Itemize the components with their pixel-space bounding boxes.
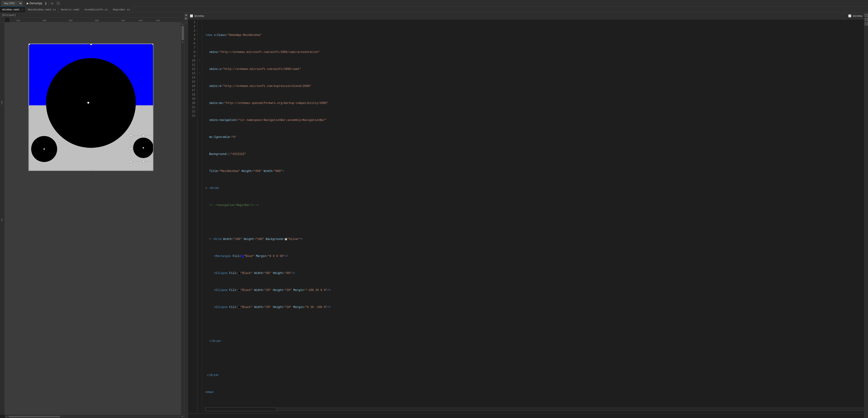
code-line-11[interactable]: <!--<navigation:MagicBar/>--> [205,203,864,207]
handle-ml[interactable] [130,148,132,149]
code-line-4[interactable]: xmlns:d="http://schemas.microsoft.com/ex… [205,84,864,88]
handle-bl[interactable] [130,160,132,162]
code-line-9[interactable]: Title="MainWindow" Height="450" Width="8… [205,169,864,173]
code-line-17[interactable]: <Ellipse Fill="Black" Width="20" Height=… [205,305,864,309]
attr-grid-height: Height [242,237,254,241]
ruler-mark-460: 460 [156,20,160,22]
code-line-15[interactable]: <Ellipse Fill="Black" Width="80" Height=… [205,271,864,275]
scroll-up-arrow[interactable]: ▲ [181,22,184,26]
code-line-18[interactable] [205,322,864,326]
tab-mainwindow-cs[interactable]: MainWindow.xaml.cs [26,6,59,12]
play-button[interactable]: ▶ DemoApp [26,1,43,6]
collapse-btn-2[interactable]: ▶ [185,17,187,20]
tab-assemblyinfo[interactable]: AssemblyInfo.cs [82,6,111,12]
code-line-8[interactable]: Background="#222222" [205,152,864,156]
splitter-dot-2 [186,23,187,23]
handle-bm[interactable] [143,160,145,162]
outer-handle-br[interactable] [152,170,153,171]
code-line-14[interactable]: <Rectangle Fill="Blue" Margin="0 0 0 50"… [205,254,864,258]
code-line-20[interactable] [205,356,864,360]
attr-ellipse1-h: Height [271,271,283,275]
right-icon-2[interactable]: ⬛ [865,18,868,21]
code-line-5[interactable]: xmlns:mc="http://schemas.openxmlformats.… [205,101,864,105]
outer-handle-bl[interactable] [28,170,30,171]
tag-rect-close: /> [285,254,288,258]
scroll-thumb[interactable] [182,26,184,40]
tag-grid-close: </Grid> [207,373,219,378]
tab-label: MainWindow.xaml.cs [28,8,56,11]
code-line-3[interactable]: xmlns:x="http://schemas.microsoft.com/wi… [205,67,864,71]
line-num-15: 15 [188,80,195,84]
right-icon-3[interactable]: ⬛ [865,22,868,26]
code-line-21[interactable]: </Grid> [205,373,864,378]
val-xmlns-d: "http://schemas.microsoft.com/expression… [223,84,311,88]
scroll-down-arrow[interactable]: ▼ [181,40,184,44]
scroll-left-arrow[interactable]: ◀ [5,415,8,418]
line-num-3: 3 [188,29,195,33]
code-content[interactable]: <dow x:Class="DemoApp.MainWindow" xmlns=… [202,19,864,413]
tab-generic-xaml[interactable]: Generic.xaml [58,6,82,12]
toolbar-separator-2 [49,1,49,5]
step-button[interactable]: ‖ [44,1,48,6]
tag-ndow: ndow> [206,390,214,394]
outer-handle-mr[interactable] [152,107,153,109]
fold-arrow-10[interactable]: ▽ [206,186,209,190]
punct-eq-15c: = [283,271,285,275]
handle-tm[interactable] [143,135,145,137]
tool-btn-1[interactable]: ▷ [51,1,55,6]
punct-eq-13b: = [254,237,255,241]
collapse-btn-1[interactable]: ◀ [185,14,187,17]
design-canvas[interactable] [5,22,181,415]
swatch-black-3 [238,306,240,308]
val-xmlns-mc: "http://schemas.openxmlformats.org/marku… [224,101,328,105]
code-line-12[interactable] [205,220,864,225]
scrollbar-horizontal[interactable]: ◀ ▶ [5,415,184,418]
tab-close-btn[interactable]: ✕ [22,8,23,11]
tab-magicbar[interactable]: MagicBar.cs [111,6,133,12]
ruler-mark-360: 360 [42,20,46,22]
outer-handle-ml[interactable] [28,107,30,109]
tag-grid-end: > [301,237,303,241]
tool-btn-2[interactable]: ⬛ [56,1,61,6]
fold-arrow-13[interactable]: ▽ [209,237,213,241]
code-editor-body[interactable]: 1 2 3 4 5 6 7 8 9 10 11 12 13 14 15 16 1… [188,19,864,413]
punct-eq-15b: = [262,271,264,275]
tag-dow: <dow [206,33,212,37]
code-line-2[interactable]: xmlns="http://schemas.microsoft.com/winf… [205,50,864,54]
code-line-13[interactable]: ▽ <Grid Width="100" Height="100" Backgro… [205,237,864,241]
outer-handle-bm[interactable] [90,170,92,171]
tab-window-xaml[interactable]: Window.xaml ✕ [0,6,26,12]
code-line-10[interactable]: ▽ <Grid> [205,186,864,190]
val-height: "450" [253,169,262,173]
window-preview [28,43,153,171]
handle-tl[interactable] [130,135,132,137]
gutter-16 [197,84,202,88]
scroll-right-arrow[interactable]: ▶ [181,415,184,418]
code-line-23[interactable] [205,407,864,411]
code-line-6[interactable]: xmlns:navigation="clr-namespace:Navigati… [205,118,864,122]
cursor-input-box[interactable] [206,407,276,411]
attr-xmlns-d: xmlns:d [209,84,221,88]
code-line-1[interactable]: <dow x:Class="DemoApp.MainWindow" [205,33,864,37]
canvas-area: 210 62 [0,22,184,415]
attr-ellipse2-margin: Margin [291,288,303,292]
attr-xmlns: xmlns [209,50,218,54]
code-line-7[interactable]: mc:Ignorable="d" [205,135,864,139]
ruler-mark-380: 380 [69,20,72,22]
code-line-19[interactable]: </Grid> [205,339,864,344]
code-line-22[interactable]: ndow> [205,390,864,394]
gutter-10[interactable]: ▽ [197,59,202,63]
line-num-13: 13 [188,71,195,76]
right-icon-1[interactable]: ⬛ [865,14,868,17]
code-line-16[interactable]: <Ellipse Fill="Black" Width="20" Height=… [205,288,864,292]
tag-close-9: > [282,169,284,173]
gutter-13[interactable]: ▽ [197,71,202,76]
line-num-19: 19 [188,97,195,101]
val-grid-bg: "Silver" [287,237,301,241]
code-toolbar: ⬜ Window ⬜ Window [188,13,864,19]
scrollbar-vertical[interactable]: ▲ ▼ [181,22,184,415]
h-scroll-thumb[interactable] [8,416,60,417]
cpu-selector[interactable]: Any CPU [1,1,23,6]
line-num-9: 9 [188,54,195,59]
swatch-silver [285,238,287,240]
